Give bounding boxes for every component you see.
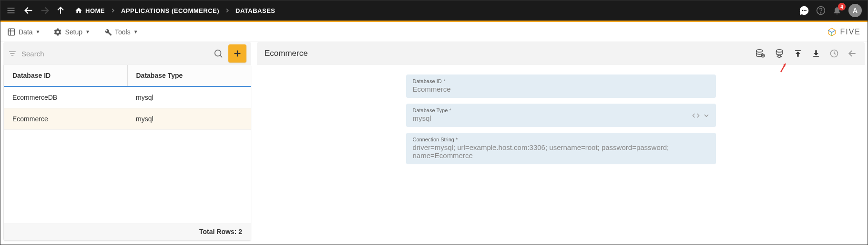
- breadcrumb-applications[interactable]: APPLICATIONS (ECOMMERCE): [121, 7, 219, 14]
- download-icon[interactable]: [811, 49, 821, 58]
- table-row[interactable]: Ecommerce mysql: [4, 108, 251, 130]
- detail-panel: Ecommerce: [257, 42, 865, 241]
- field-value: mysql: [413, 114, 709, 122]
- dropdown-icon: ▼: [85, 29, 90, 34]
- breadcrumb-label: APPLICATIONS (ECOMMERCE): [121, 7, 219, 14]
- dropdown-icon: ▼: [133, 29, 138, 34]
- col-database-id[interactable]: Database ID: [4, 65, 127, 86]
- svg-point-6: [802, 10, 803, 11]
- main-content: Database ID Database Type EcommerceDB my…: [0, 42, 868, 244]
- col-database-type[interactable]: Database Type: [127, 65, 251, 86]
- search-input[interactable]: [21, 50, 208, 58]
- svg-point-15: [215, 50, 221, 56]
- back-icon[interactable]: [23, 5, 34, 16]
- chevron-right-icon: [224, 7, 231, 14]
- breadcrumb-home[interactable]: HOME: [75, 7, 105, 14]
- cell-database-id: EcommerceDB: [4, 87, 127, 108]
- add-button[interactable]: [228, 44, 246, 63]
- detail-actions: [755, 48, 857, 59]
- svg-line-16: [220, 55, 223, 58]
- table-footer: Total Rows: 2: [4, 223, 251, 240]
- svg-point-8: [805, 10, 806, 11]
- notification-badge: 4: [838, 3, 846, 11]
- table-header: Database ID Database Type: [4, 65, 251, 87]
- back-arrow-icon[interactable]: [848, 49, 857, 58]
- menu-bar: Data ▼ Setup ▼ Tools ▼ FIVE: [0, 22, 868, 42]
- field-value: Ecommerce: [413, 85, 709, 93]
- menu-data[interactable]: Data ▼: [7, 28, 40, 36]
- db-connect-icon[interactable]: [755, 48, 766, 59]
- help-icon[interactable]: [816, 6, 826, 15]
- top-header: HOME APPLICATIONS (ECOMMERCE) DATABASES: [0, 0, 868, 21]
- field-database-type[interactable]: Database Type * mysql: [406, 104, 716, 127]
- breadcrumb-databases[interactable]: DATABASES: [235, 7, 275, 14]
- chat-icon[interactable]: [799, 5, 809, 16]
- code-icon[interactable]: [692, 112, 700, 119]
- notification-icon[interactable]: 4: [832, 6, 842, 15]
- list-panel: Database ID Database Type EcommerceDB my…: [3, 42, 251, 241]
- avatar[interactable]: A: [848, 4, 862, 17]
- brand-text: FIVE: [840, 28, 861, 36]
- detail-title: Ecommerce: [265, 49, 748, 58]
- breadcrumb: HOME APPLICATIONS (ECOMMERCE) DATABASES: [75, 7, 276, 14]
- field-value: driver=mysql; url=example.host.com:3306;…: [413, 143, 709, 160]
- breadcrumb-label: HOME: [85, 7, 105, 14]
- menu-label: Tools: [115, 28, 131, 36]
- up-icon[interactable]: [56, 6, 65, 15]
- svg-point-19: [756, 50, 763, 53]
- search-icon[interactable]: [213, 48, 224, 59]
- menu-tools[interactable]: Tools ▼: [103, 28, 138, 36]
- table-row[interactable]: EcommerceDB mysql: [4, 87, 251, 108]
- brand-logo: FIVE: [827, 27, 861, 37]
- field-label: Database Type *: [413, 107, 709, 113]
- forward-icon: [40, 5, 50, 16]
- svg-rect-11: [8, 29, 15, 35]
- cell-database-type: mysql: [127, 87, 251, 108]
- filter-icon[interactable]: [8, 49, 17, 58]
- menu-icon[interactable]: [6, 6, 16, 15]
- dropdown-icon: ▼: [36, 29, 41, 34]
- cell-database-id: Ecommerce: [4, 108, 127, 129]
- field-suffix: [692, 112, 710, 119]
- db-sync-icon[interactable]: [774, 48, 785, 59]
- chevron-down-icon[interactable]: [703, 112, 710, 119]
- field-label: Database ID *: [413, 78, 709, 84]
- svg-point-7: [804, 10, 805, 11]
- avatar-letter: A: [853, 7, 858, 14]
- detail-body: Database ID * Ecommerce Database Type * …: [257, 65, 865, 241]
- search-wrap: [8, 48, 224, 59]
- menu-label: Setup: [65, 28, 82, 36]
- upload-icon[interactable]: [793, 49, 803, 58]
- svg-point-23: [776, 50, 783, 53]
- field-database-id[interactable]: Database ID * Ecommerce: [406, 75, 716, 98]
- cell-database-type: mysql: [127, 108, 251, 129]
- menu-setup[interactable]: Setup ▼: [53, 28, 90, 36]
- list-panel-header: [3, 42, 251, 65]
- history-icon[interactable]: [829, 49, 839, 58]
- field-connection-string[interactable]: Connection String * driver=mysql; url=ex…: [406, 133, 716, 164]
- data-table: Database ID Database Type EcommerceDB my…: [3, 65, 251, 241]
- svg-point-10: [820, 12, 821, 13]
- breadcrumb-label: DATABASES: [235, 7, 275, 14]
- chevron-right-icon: [110, 7, 116, 14]
- detail-panel-header: Ecommerce: [257, 42, 865, 65]
- menu-label: Data: [19, 28, 33, 36]
- field-label: Connection String *: [413, 137, 709, 142]
